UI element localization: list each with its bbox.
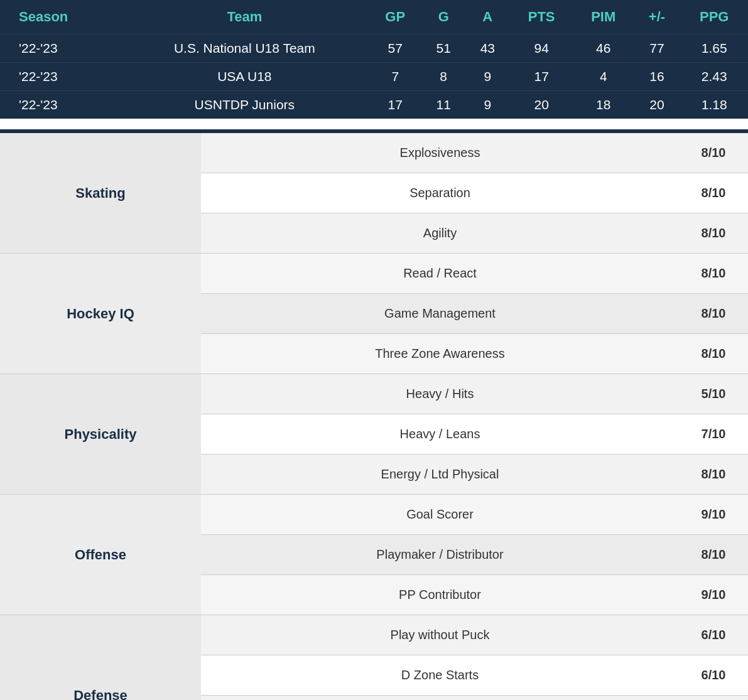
table-row: Physicality Heavy / Hits 5/10	[0, 374, 748, 414]
score-three-zone: 8/10	[679, 334, 748, 374]
col-a: A	[465, 0, 509, 35]
score-game-management: 8/10	[679, 294, 748, 334]
category-skating: Skating	[0, 132, 201, 254]
score-playmaker: 8/10	[679, 535, 748, 575]
category-defense: Defense	[0, 615, 201, 701]
skill-separation: Separation	[201, 173, 679, 213]
col-team: Team	[120, 0, 369, 35]
table-row: Skating Explosiveness 8/10	[0, 132, 748, 173]
skill-heavy-leans: Heavy / Leans	[201, 414, 679, 455]
score-agility: 8/10	[679, 213, 748, 254]
skill-play-without-puck: Play without Puck	[201, 615, 679, 655]
table-row: '22-'23USNTDP Juniors171192018201.18	[0, 91, 748, 119]
skill-energy-physical: Energy / Ltd Physical	[201, 455, 679, 495]
stats-table: Season Team GP G A PTS PIM +/- PPG '22-'…	[0, 0, 748, 119]
skill-matchup-shutdown: Match Up / Shut Down	[201, 696, 679, 701]
skill-d-zone-starts: D Zone Starts	[201, 655, 679, 696]
score-read-react: 8/10	[679, 254, 748, 294]
score-heavy-leans: 7/10	[679, 414, 748, 455]
table-row: Offense Goal Scorer 9/10	[0, 495, 748, 535]
score-play-without-puck: 6/10	[679, 615, 748, 655]
col-pim: PIM	[573, 0, 634, 35]
col-plusminus: +/-	[634, 0, 681, 35]
category-hockey-iq: Hockey IQ	[0, 254, 201, 374]
ratings-table: Skating Explosiveness 8/10 Separation 8/…	[0, 131, 748, 700]
skill-game-management: Game Management	[201, 294, 679, 334]
col-gp: GP	[369, 0, 421, 35]
skill-agility: Agility	[201, 213, 679, 254]
score-energy-physical: 8/10	[679, 455, 748, 495]
skill-read-react: Read / React	[201, 254, 679, 294]
col-ppg: PPG	[680, 0, 748, 35]
section-divider	[0, 119, 748, 131]
col-season: Season	[0, 0, 120, 35]
skill-goal-scorer: Goal Scorer	[201, 495, 679, 535]
score-goal-scorer: 9/10	[679, 495, 748, 535]
skill-three-zone: Three Zone Awareness	[201, 334, 679, 374]
skill-playmaker: Playmaker / Distributor	[201, 535, 679, 575]
table-row: '22-'23USA U18789174162.43	[0, 63, 748, 91]
table-row: Defense Play without Puck 6/10	[0, 615, 748, 655]
category-physicality: Physicality	[0, 374, 201, 495]
table-row: '22-'23U.S. National U18 Team57514394467…	[0, 35, 748, 63]
col-g: G	[421, 0, 465, 35]
category-offense: Offense	[0, 495, 201, 615]
score-separation: 8/10	[679, 173, 748, 213]
score-heavy-hits: 5/10	[679, 374, 748, 414]
skill-heavy-hits: Heavy / Hits	[201, 374, 679, 414]
col-pts: PTS	[509, 0, 573, 35]
table-row: Hockey IQ Read / React 8/10	[0, 254, 748, 294]
skill-explosiveness: Explosiveness	[201, 132, 679, 173]
main-container: Season Team GP G A PTS PIM +/- PPG '22-'…	[0, 0, 748, 700]
skill-pp-contributor: PP Contributor	[201, 575, 679, 615]
score-d-zone-starts: 6/10	[679, 655, 748, 696]
score-pp-contributor: 9/10	[679, 575, 748, 615]
score-matchup-shutdown: 6/10	[679, 696, 748, 701]
score-explosiveness: 8/10	[679, 132, 748, 173]
